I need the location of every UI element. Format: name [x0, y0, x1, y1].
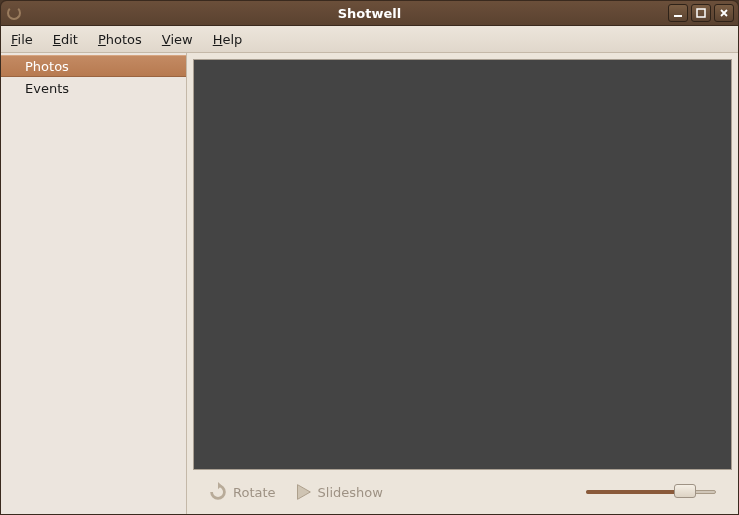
close-icon	[719, 8, 729, 18]
window-controls	[668, 4, 734, 22]
sidebar: Photos Events	[1, 53, 187, 514]
menu-view[interactable]: View	[158, 30, 197, 49]
menu-view-rest: iew	[170, 32, 192, 47]
menu-photos-rest: hotos	[106, 32, 142, 47]
slideshow-button[interactable]: Slideshow	[286, 477, 389, 507]
rotate-label: Rotate	[233, 485, 276, 500]
svg-rect-1	[697, 9, 705, 17]
app-window: Shotwell File Edit Photos View Help Phot…	[0, 0, 739, 515]
menu-file[interactable]: File	[7, 30, 37, 49]
sidebar-item-label: Photos	[25, 59, 69, 74]
menu-help[interactable]: Help	[209, 30, 247, 49]
slideshow-label: Slideshow	[318, 485, 383, 500]
rotate-button[interactable]: Rotate	[201, 477, 282, 507]
slider-thumb[interactable]	[674, 484, 696, 498]
photo-canvas[interactable]	[193, 59, 732, 470]
menubar: File Edit Photos View Help	[1, 26, 738, 53]
titlebar[interactable]: Shotwell	[1, 1, 738, 26]
menu-edit-rest: dit	[61, 32, 78, 47]
sidebar-item-photos[interactable]: Photos	[1, 55, 186, 77]
menu-photos[interactable]: Photos	[94, 30, 146, 49]
bottom-toolbar: Rotate Slideshow	[193, 470, 732, 514]
minimize-button[interactable]	[668, 4, 688, 22]
slider-fill	[586, 490, 677, 494]
zoom-control	[586, 483, 724, 501]
menu-help-rest: elp	[222, 32, 242, 47]
maximize-button[interactable]	[691, 4, 711, 22]
play-icon	[292, 481, 314, 503]
window-title: Shotwell	[1, 6, 738, 21]
sidebar-item-label: Events	[25, 81, 69, 96]
minimize-icon	[673, 8, 683, 18]
close-button[interactable]	[714, 4, 734, 22]
maximize-icon	[696, 8, 706, 18]
menu-edit[interactable]: Edit	[49, 30, 82, 49]
sidebar-item-events[interactable]: Events	[1, 77, 186, 99]
content-pane: Rotate Slideshow	[187, 53, 738, 514]
menu-file-rest: ile	[18, 32, 33, 47]
main-area: Photos Events Rotate	[1, 53, 738, 514]
zoom-slider[interactable]	[586, 483, 716, 501]
svg-rect-0	[674, 15, 682, 17]
loading-spinner-icon	[7, 6, 21, 20]
rotate-icon	[207, 481, 229, 503]
